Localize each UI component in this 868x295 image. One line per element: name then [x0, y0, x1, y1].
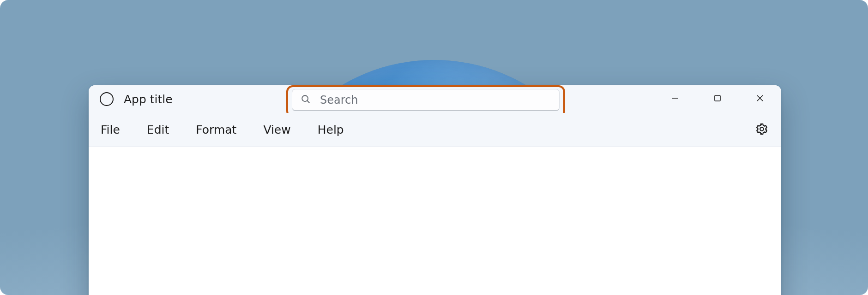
content-area: [89, 147, 781, 295]
settings-button[interactable]: [753, 121, 771, 139]
search-input[interactable]: [320, 94, 551, 106]
svg-rect-3: [715, 95, 720, 101]
app-icon: [100, 92, 114, 106]
menubar: File Edit Format View Help: [89, 113, 781, 147]
menu-item-format[interactable]: Format: [196, 123, 236, 136]
menu-item-file[interactable]: File: [101, 123, 120, 136]
search-box[interactable]: [292, 89, 560, 111]
search-container: [292, 89, 560, 111]
svg-point-0: [302, 95, 308, 101]
app-window: App title: [89, 85, 781, 295]
titlebar[interactable]: App title: [89, 85, 781, 113]
gear-icon: [755, 123, 768, 137]
menu-item-edit[interactable]: Edit: [147, 123, 169, 136]
caption-buttons: [654, 85, 781, 111]
app-title: App title: [124, 93, 173, 106]
close-button[interactable]: [739, 85, 781, 111]
desktop-wallpaper: App title: [0, 0, 868, 295]
menu-item-help[interactable]: Help: [318, 123, 344, 136]
search-icon: [301, 94, 311, 106]
maximize-button[interactable]: [696, 85, 739, 111]
svg-point-6: [760, 127, 763, 130]
menu-item-view[interactable]: View: [263, 123, 290, 136]
svg-line-1: [307, 100, 310, 103]
minimize-button[interactable]: [654, 85, 696, 111]
